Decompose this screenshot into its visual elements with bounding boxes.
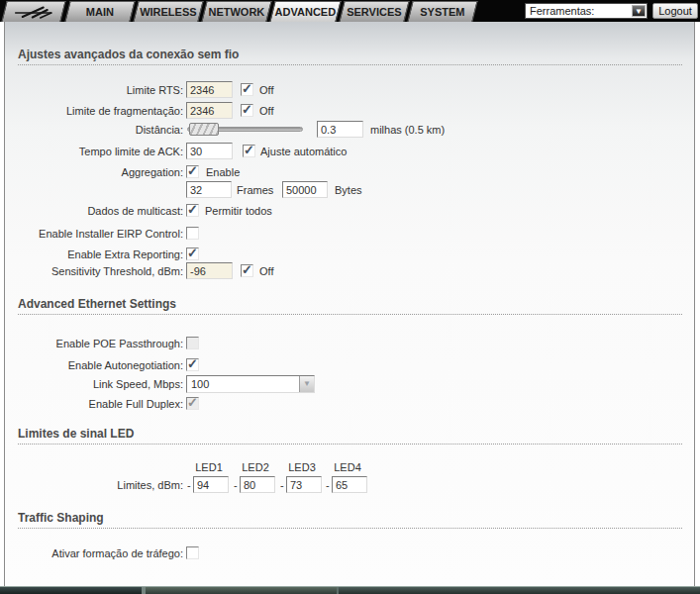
frag-off-label: Off	[259, 102, 273, 120]
led2-column-header: LED2	[238, 461, 273, 473]
sensitivity-off-label: Off	[259, 262, 273, 280]
link-speed-row: Link Speed, Mbps: 100 ▼	[5, 375, 694, 394]
poe-passthrough-row: Enable POE Passthrough:	[5, 335, 694, 353]
distance-slider[interactable]	[187, 127, 303, 132]
section-title-ethernet: Advanced Ethernet Settings	[18, 297, 682, 315]
tab-network[interactable]: NETWORK	[201, 1, 271, 22]
eirp-control-checkbox[interactable]	[186, 227, 199, 240]
aggregation-values-row: Frames Bytes	[5, 181, 694, 200]
autonegotiation-checkbox[interactable]	[186, 358, 199, 371]
content-panel: Ajustes avançados da conexão sem fio Lim…	[4, 22, 695, 586]
full-duplex-row: Enable Full Duplex:	[5, 395, 694, 414]
led2-threshold-input[interactable]	[240, 476, 275, 493]
os-taskbar-edge	[0, 586, 700, 594]
ack-auto-label: Ajuste automático	[260, 143, 347, 160]
aggregation-frames-label: Frames	[237, 181, 273, 199]
ack-timeout-label: Tempo limite de ACK:	[5, 143, 183, 160]
distance-row: Distância: milhas (0.5 km)	[5, 121, 694, 140]
link-speed-label: Link Speed, Mbps:	[5, 375, 183, 393]
traffic-shaping-label: Ativar formação de tráfego:	[5, 544, 183, 562]
rts-limit-label: Limite RTS:	[5, 81, 183, 99]
extra-reporting-checkbox[interactable]	[186, 248, 199, 260]
multicast-allow-checkbox[interactable]	[186, 204, 199, 217]
aggregation-bytes-label: Bytes	[335, 181, 362, 199]
taskbar-segment-right	[339, 587, 700, 594]
top-navbar: MAIN WIRELESS NETWORK ADVANCED SERVICES …	[0, 0, 700, 22]
led4-minus-sign: -	[326, 476, 330, 494]
traffic-shaping-checkbox[interactable]	[186, 546, 199, 559]
led-thresholds-label: Limites, dBm:	[5, 476, 183, 494]
rts-off-checkbox[interactable]	[241, 83, 253, 96]
frag-limit-input	[186, 102, 233, 119]
eirp-control-row: Enable Installer EIRP Control:	[5, 225, 694, 244]
extra-reporting-label: Enable Extra Reporting:	[5, 246, 183, 263]
autonegotiation-label: Enable Autonegotiation:	[5, 356, 183, 374]
ack-auto-checkbox[interactable]	[243, 145, 255, 157]
aggregation-enable-label: Enable	[206, 163, 240, 181]
led1-minus-sign: -	[187, 476, 191, 494]
airos-advanced-page: MAIN WIRELESS NETWORK ADVANCED SERVICES …	[0, 0, 700, 594]
tab-advanced[interactable]: ADVANCED	[269, 1, 341, 22]
poe-passthrough-label: Enable POE Passthrough:	[5, 335, 183, 352]
rts-limit-row: Limite RTS: Off	[5, 81, 694, 100]
tab-main[interactable]: MAIN	[64, 1, 135, 22]
rts-off-label: Off	[259, 81, 273, 99]
led3-column-header: LED3	[284, 461, 320, 473]
rts-limit-input	[186, 81, 233, 98]
distance-label: Distância:	[5, 121, 183, 139]
tools-dropdown[interactable]: Ferramentas: ▼	[525, 3, 648, 19]
led-thresholds-row: Limites, dBm: - - - -	[5, 476, 694, 495]
sensitivity-label: Sensitivity Threshold, dBm:	[5, 262, 183, 280]
section-title-traffic-shaping: Traffic Shaping	[18, 511, 682, 529]
poe-passthrough-checkbox	[186, 337, 199, 349]
full-duplex-checkbox	[186, 397, 199, 410]
eirp-control-label: Enable Installer EIRP Control:	[5, 225, 183, 243]
link-speed-select: 100 ▼	[186, 375, 315, 393]
ack-timeout-input[interactable]	[186, 143, 233, 159]
sensitivity-row: Sensitivity Threshold, dBm: Off	[5, 262, 694, 281]
taskbar-segment-left	[0, 587, 142, 594]
full-duplex-label: Enable Full Duplex:	[5, 395, 183, 413]
multicast-row: Dados de multicast: Permitir todos	[5, 202, 694, 221]
frag-limit-label: Limite de fragmentação:	[5, 102, 183, 120]
autonegotiation-row: Enable Autonegotiation:	[5, 356, 694, 375]
tools-dropdown-arrow-icon[interactable]: ▼	[632, 5, 646, 17]
sensitivity-input	[186, 262, 233, 279]
led2-minus-sign: -	[234, 476, 238, 494]
led1-column-header: LED1	[191, 461, 227, 473]
distance-unit-label: milhas (0.5 km)	[370, 121, 445, 139]
ack-timeout-row: Tempo limite de ACK: Ajuste automático	[5, 143, 694, 161]
logo-tab[interactable]	[1, 1, 65, 22]
ubiquiti-logo-icon	[5, 2, 62, 23]
tab-system[interactable]: SYSTEM	[407, 1, 477, 22]
section-title-led: Limites de sinal LED	[18, 427, 682, 445]
taskbar-segment-middle	[146, 587, 337, 594]
led3-minus-sign: -	[280, 476, 284, 494]
aggregation-enable-checkbox[interactable]	[186, 165, 199, 178]
aggregation-frames-input[interactable]	[186, 181, 232, 198]
distance-input[interactable]	[317, 121, 363, 138]
multicast-label: Dados de multicast:	[5, 202, 183, 220]
tab-wireless[interactable]: WIRELESS	[133, 1, 203, 22]
section-title-wireless-advanced: Ajustes avançados da conexão sem fio	[18, 48, 682, 65]
sensitivity-off-checkbox[interactable]	[241, 264, 253, 277]
traffic-shaping-row: Ativar formação de tráfego:	[5, 544, 694, 563]
aggregation-label: Aggregation:	[5, 163, 183, 181]
distance-slider-handle[interactable]	[189, 123, 219, 136]
led1-threshold-input[interactable]	[193, 476, 229, 493]
aggregation-bytes-input[interactable]	[282, 181, 328, 198]
logout-button[interactable]: Logout	[652, 3, 698, 19]
tools-dropdown-label: Ferramentas:	[530, 5, 594, 18]
multicast-allow-label: Permitir todos	[205, 202, 272, 220]
led4-threshold-input[interactable]	[332, 476, 367, 493]
frag-limit-row: Limite de fragmentação: Off	[5, 102, 694, 121]
link-speed-value: 100	[191, 378, 209, 390]
frag-off-checkbox[interactable]	[241, 104, 253, 117]
aggregation-row: Aggregation: Enable	[5, 163, 694, 182]
link-speed-arrow-icon: ▼	[299, 376, 314, 392]
led3-threshold-input[interactable]	[286, 476, 322, 493]
led4-column-header: LED4	[330, 461, 365, 473]
tab-services[interactable]: SERVICES	[339, 1, 409, 22]
